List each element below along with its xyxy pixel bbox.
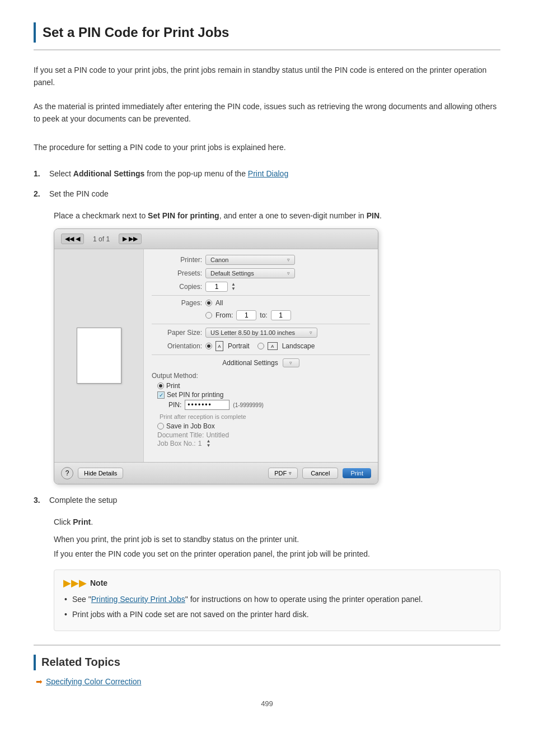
paper-size-label: Paper Size: <box>152 329 202 337</box>
dialog-body: Printer: Canon ▿ Presets: Default Settin… <box>54 249 378 462</box>
step-2-content: Set the PIN code <box>49 189 500 198</box>
pages-from-input[interactable] <box>236 310 256 320</box>
print-radio[interactable] <box>157 382 164 389</box>
step-2-bold-sub2: PIN <box>367 211 380 220</box>
landscape-label: Landscape <box>282 342 315 350</box>
copies-input[interactable] <box>205 282 228 292</box>
document-title-value: Untitled <box>206 431 229 439</box>
print-radio-label: Print <box>166 382 180 390</box>
print-dialog-link[interactable]: Print Dialog <box>248 169 288 178</box>
step-2-sub-text2: , and enter a one to seven-digit number … <box>219 211 367 220</box>
note-item-1-before: See " <box>72 595 91 604</box>
click-bold: Print <box>73 517 91 526</box>
pages-label: Pages: <box>152 299 202 307</box>
copies-stepper[interactable]: ▲ ▼ <box>231 282 236 291</box>
print-after-label: Print after reception is complete <box>160 413 370 420</box>
step-2-sub: Place a checkmark next to Set PIN for pr… <box>54 209 500 222</box>
intro-para2: As the material is printed immediately a… <box>34 100 500 125</box>
to-label: to: <box>260 311 267 319</box>
related-title-row: Related Topics <box>34 655 500 670</box>
printer-arrow: ▿ <box>287 257 290 263</box>
pin-input-row: PIN: (1-9999999) <box>168 400 370 410</box>
presets-label: Presets: <box>152 269 202 277</box>
dialog-footer: ? Hide Details PDF ▿ Cancel Print <box>54 462 378 484</box>
job-box-row: Job Box No.: 1 ▲ ▼ <box>157 439 370 448</box>
help-button[interactable]: ? <box>61 467 73 479</box>
printer-value: Canon <box>210 256 228 263</box>
pin-range: (1-9999999) <box>233 402 263 408</box>
step-3-text: Complete the setup <box>49 496 117 505</box>
step-3: 3. Complete the setup <box>34 496 500 505</box>
presets-arrow: ▿ <box>287 270 290 276</box>
divider-1 <box>152 295 370 296</box>
landscape-radio[interactable] <box>257 343 264 349</box>
specifying-color-correction-link[interactable]: Specifying Color Correction <box>46 677 141 686</box>
paper-size-value: US Letter 8.50 by 11.00 inches <box>210 329 295 336</box>
cancel-button[interactable]: Cancel <box>302 468 338 479</box>
portrait-label: Portrait <box>228 342 250 350</box>
hide-details-button[interactable]: Hide Details <box>78 468 123 479</box>
pages-range-radio[interactable] <box>205 312 212 319</box>
pin-label: PIN: <box>168 401 181 409</box>
output-options: Print ✓ Set PIN for printing PIN: (1-999… <box>157 382 370 448</box>
step-2-bold-sub: Set PIN for printing <box>148 211 219 220</box>
dialog-top-bar: ◀◀ ◀ 1 of 1 ▶ ▶▶ <box>54 229 378 249</box>
job-box-label: Job Box No.: <box>157 440 196 447</box>
print-dialog: ◀◀ ◀ 1 of 1 ▶ ▶▶ Printer: Canon ▿ <box>54 228 378 484</box>
step-3-para2: If you enter the PIN code you set on the… <box>54 548 500 560</box>
orientation-label: Orientation: <box>152 342 202 350</box>
pdf-button[interactable]: PDF ▿ <box>268 468 298 479</box>
page-title: Set a PIN Code for Print Jobs <box>43 25 229 40</box>
note-item-1-after: " for instructions on how to operate usi… <box>185 595 423 604</box>
paper-size-select[interactable]: US Letter 8.50 by 11.00 inches ▿ <box>205 328 317 338</box>
additional-settings-arrow: ▿ <box>289 360 292 366</box>
additional-settings-select[interactable]: ▿ <box>283 358 299 367</box>
step-3-content: Complete the setup <box>49 496 500 505</box>
pages-all-radio[interactable] <box>205 300 212 306</box>
dialog-preview-pane <box>54 249 144 462</box>
presets-row: Presets: Default Settings ▿ <box>152 268 370 278</box>
note-box: ▶▶▶ Note See "Printing Security Print Jo… <box>54 570 500 631</box>
presets-select[interactable]: Default Settings ▿ <box>205 268 295 278</box>
pin-input[interactable] <box>185 400 229 410</box>
set-pin-checkbox[interactable]: ✓ <box>157 391 165 399</box>
step-2-sub-end: . <box>380 211 382 220</box>
nav-back-button[interactable]: ◀◀ ◀ <box>61 234 84 244</box>
portrait-icon: A <box>216 341 223 351</box>
step-2-number: 2. <box>34 189 45 198</box>
step-1-text-before: Select <box>49 169 73 178</box>
pages-range-group: From: to: <box>205 310 291 320</box>
nav-forward-button[interactable]: ▶ ▶▶ <box>119 234 142 244</box>
additional-settings-row: Additional Settings ▿ <box>152 358 370 367</box>
intro-para3: The procedure for setting a PIN code to … <box>34 141 500 153</box>
paper-size-arrow: ▿ <box>310 330 312 335</box>
portrait-radio[interactable] <box>205 343 212 349</box>
job-box-stepper[interactable]: ▲ ▼ <box>206 439 210 448</box>
landscape-icon: A <box>268 342 278 350</box>
step-2-sub-text: Place a checkmark next to <box>54 211 148 220</box>
note-header: ▶▶▶ Note <box>63 577 491 589</box>
save-job-box-radio[interactable] <box>157 423 164 430</box>
printer-label: Printer: <box>152 256 202 264</box>
note-title: Note <box>90 578 107 587</box>
step-1-bold: Additional Settings <box>73 169 145 178</box>
save-job-box-row: Save in Job Box <box>157 422 370 430</box>
print-button[interactable]: Print <box>343 468 371 478</box>
output-method-section: Output Method: Print ✓ Set PIN for print… <box>152 372 370 448</box>
dialog-settings-pane: Printer: Canon ▿ Presets: Default Settin… <box>144 249 378 462</box>
orientation-row: Orientation: A Portrait A Landscape <box>152 341 370 351</box>
step-1-text-middle: from the pop-up menu of the <box>144 169 247 178</box>
step-3-click: Click Print. <box>54 516 500 528</box>
divider-2 <box>152 324 370 324</box>
save-job-box-label: Save in Job Box <box>166 422 215 430</box>
document-title-label: Document Title: <box>157 431 204 439</box>
pages-all-group: All <box>205 299 223 307</box>
note-item-1: See "Printing Security Print Jobs" for i… <box>63 594 491 605</box>
from-label: From: <box>216 311 233 319</box>
printing-security-link[interactable]: Printing Security Print Jobs <box>91 595 185 604</box>
step-2-text: Set the PIN code <box>49 189 109 198</box>
print-radio-row: Print <box>157 382 370 390</box>
footer-right: PDF ▿ Cancel Print <box>268 468 371 479</box>
printer-select[interactable]: Canon ▿ <box>205 255 295 265</box>
pages-to-input[interactable] <box>271 310 291 320</box>
